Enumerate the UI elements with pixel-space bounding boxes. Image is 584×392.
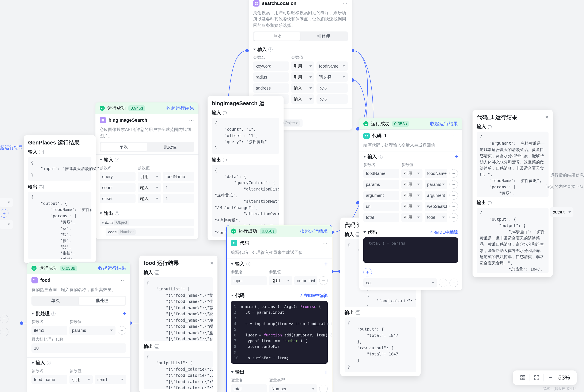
- panel-genplaces: GenPlaces 运行结果 输入 { "input": "推荐夏天清淡的菜" …: [24, 135, 96, 263]
- panel-food-run: food 运行结果× 输入 { "inputList": [ "{\"food_…: [139, 256, 217, 392]
- grid-icon[interactable]: [518, 372, 528, 383]
- add-icon[interactable]: +: [324, 261, 328, 267]
- plugin-icon: [253, 0, 259, 6]
- svg-rect-14: [523, 376, 525, 377]
- watermark: @稀土掘金技术社区: [543, 386, 577, 391]
- code-icon: [231, 240, 237, 246]
- node-code[interactable]: 运行成功0.060s收起运行结果 代码··· 编写代码，处理输入变量来生成返回值…: [226, 225, 332, 392]
- panel-bis-run: bingImageSearch 运 输入 { "count": "1", "of…: [208, 96, 284, 240]
- more-icon[interactable]: ···: [189, 118, 194, 123]
- panel-code1-run: 代码_1 运行结果× 输入 { "argument": "凉拌黄瓜是一道非常适合…: [473, 110, 553, 277]
- mode-tabs[interactable]: 单次批处理: [253, 32, 348, 42]
- chevron-down-icon[interactable]: [253, 48, 256, 50]
- remove-icon[interactable]: −: [118, 326, 126, 334]
- code-icon: [363, 133, 370, 139]
- ide-link[interactable]: 在IDE中编辑: [299, 293, 328, 298]
- node-bingImageSearch[interactable]: 运行成功0.945s收起运行结果 bingImageSearch··· 必应图像…: [95, 102, 199, 239]
- copy-icon[interactable]: [223, 158, 227, 162]
- plugin-icon: [31, 277, 38, 284]
- node-title: searchLocation: [262, 1, 296, 6]
- node-food[interactable]: 运行成功0.033s收起运行结果 food··· 食物热量查询，输入食物名称，输…: [27, 262, 130, 392]
- more-icon[interactable]: ···: [343, 1, 348, 6]
- close-icon[interactable]: ×: [210, 260, 213, 266]
- help-icon[interactable]: ?: [268, 47, 273, 52]
- node-desc: 周边搜索：用户可以轻松搜索附近的餐厅、娱乐场所以及各种其他餐饮和休闲点，让他们快…: [249, 10, 352, 32]
- add-icon[interactable]: +: [123, 311, 126, 316]
- status-bar: 运行成功0.945s收起运行结果: [95, 102, 198, 114]
- fit-icon[interactable]: [532, 372, 542, 383]
- close-icon[interactable]: ×: [545, 114, 549, 120]
- success-icon: [100, 106, 105, 111]
- svg-rect-15: [521, 378, 522, 380]
- zoom-level: 53%: [557, 374, 572, 381]
- code-editor[interactable]: 1 n main({ params }: Args): Promise {2 u…: [231, 301, 328, 364]
- svg-point-1: [245, 49, 249, 52]
- add-icon[interactable]: +: [0, 209, 8, 218]
- zoom-out-icon[interactable]: −: [546, 372, 556, 383]
- collapse-link[interactable]: 起运行结果: [0, 144, 23, 151]
- svg-rect-13: [521, 376, 522, 377]
- collapse-link[interactable]: 收起运行结果: [166, 105, 194, 111]
- code-editor[interactable]: total } = params: [363, 238, 458, 263]
- canvas-toolbar[interactable]: − 53%: [513, 370, 577, 385]
- svg-rect-16: [523, 378, 525, 380]
- plugin-icon: [100, 117, 106, 123]
- node-code1[interactable]: 运行成功0.053s收起运行结果 代码_1··· 编写代码，处理输入变量来生成返…: [359, 118, 462, 290]
- copy-icon[interactable]: [223, 111, 227, 115]
- svg-point-10: [20, 322, 23, 325]
- add-icon[interactable]: +: [439, 278, 447, 287]
- add-output-icon[interactable]: +: [363, 268, 372, 276]
